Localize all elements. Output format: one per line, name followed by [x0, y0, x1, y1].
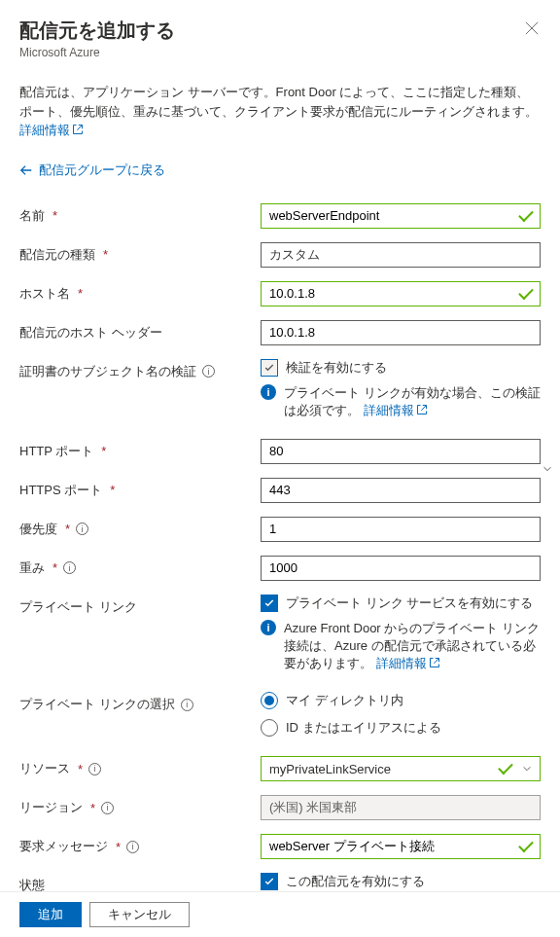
host-header-input[interactable] — [261, 320, 541, 345]
info-icon: i — [261, 620, 276, 635]
info-icon[interactable]: i — [202, 365, 215, 378]
resource-select[interactable]: myPrivateLinkService — [261, 756, 541, 781]
region-select: (米国) 米国東部 — [261, 795, 541, 820]
request-message-label: 要求メッセージ — [19, 838, 108, 855]
private-link-checkbox-label: プライベート リンク サービスを有効にする — [286, 595, 533, 612]
panel-title: 配信元を追加する — [19, 18, 175, 44]
add-button[interactable]: 追加 — [19, 902, 82, 927]
origin-type-select[interactable]: カスタム — [261, 242, 541, 268]
panel-subtitle: Microsoft Azure — [19, 46, 175, 59]
pl-select-label: プライベート リンクの選択 — [19, 696, 175, 713]
info-icon[interactable]: i — [76, 523, 88, 535]
cert-subject-label: 証明書のサブジェクト名の検証 — [19, 363, 196, 380]
name-input[interactable] — [261, 203, 541, 229]
https-port-label: HTTPS ポート — [19, 482, 102, 499]
hostname-label: ホスト名 — [19, 285, 70, 303]
info-icon[interactable]: i — [126, 841, 139, 853]
private-link-learn-more-link[interactable]: 詳細情報 — [376, 656, 440, 670]
svg-text:i: i — [266, 622, 269, 633]
resource-label: リソース — [19, 760, 70, 777]
state-checkbox[interactable] — [261, 873, 278, 890]
cancel-button[interactable]: キャンセル — [89, 902, 190, 927]
svg-text:i: i — [266, 386, 269, 398]
back-link[interactable]: 配信元グループに戻る — [19, 162, 165, 179]
request-message-input[interactable] — [261, 834, 541, 859]
info-icon[interactable]: i — [101, 802, 114, 814]
priority-input[interactable] — [261, 517, 541, 542]
close-icon[interactable] — [525, 21, 541, 37]
radio-icon — [261, 719, 278, 737]
hostname-input[interactable] — [261, 281, 541, 306]
host-header-label: 配信元のホスト ヘッダー — [19, 324, 162, 342]
intro-text: 配信元は、アプリケーション サーバーです。Front Door によって、ここに… — [19, 83, 541, 140]
state-checkbox-label: この配信元を有効にする — [286, 873, 425, 890]
pl-radio-directory[interactable]: マイ ディレクトリ内 — [261, 692, 541, 709]
info-icon[interactable]: i — [88, 763, 101, 775]
priority-label: 優先度 — [19, 521, 57, 538]
cert-learn-more-link[interactable]: 詳細情報 — [364, 403, 428, 417]
origin-type-label: 配信元の種類 — [19, 246, 95, 264]
https-port-input[interactable] — [261, 478, 541, 503]
private-link-label: プライベート リンク — [19, 598, 137, 616]
weight-input[interactable] — [261, 556, 541, 581]
cert-enable-label: 検証を有効にする — [286, 359, 387, 377]
pl-radio-id-alias[interactable]: ID またはエイリアスによる — [261, 719, 541, 737]
info-icon[interactable]: i — [181, 699, 193, 711]
intro-learn-more-link[interactable]: 詳細情報 — [19, 123, 84, 137]
region-label: リージョン — [19, 799, 83, 816]
info-icon[interactable]: i — [63, 561, 76, 574]
name-label: 名前 — [19, 207, 45, 225]
cert-enable-checkbox — [261, 359, 278, 377]
http-port-label: HTTP ポート — [19, 443, 93, 460]
info-icon: i — [261, 384, 276, 400]
http-port-input[interactable] — [261, 439, 541, 464]
private-link-checkbox[interactable] — [261, 595, 278, 612]
weight-label: 重み — [19, 559, 45, 577]
radio-icon — [261, 692, 278, 709]
